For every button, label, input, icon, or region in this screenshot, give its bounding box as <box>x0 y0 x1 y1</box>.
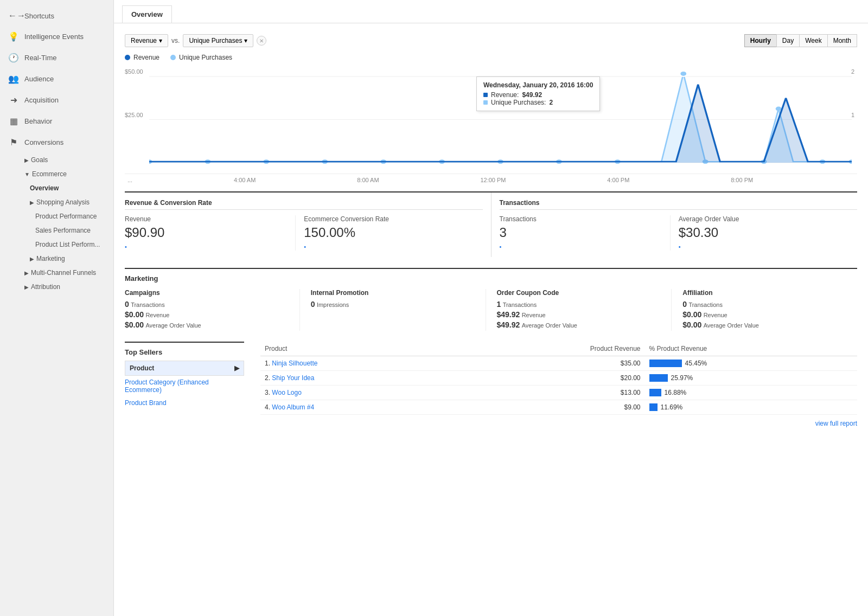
sidebar-item-behavior[interactable]: ▦ Behavior <box>0 111 113 132</box>
sidebar-subitem-ecommerce[interactable]: ▼ Ecommerce <box>16 167 113 181</box>
sidebar-subitem-shopping-analysis[interactable]: ▶ Shopping Analysis <box>16 195 113 209</box>
xaxis-labels: ... 4:00 AM 8:00 AM 12:00 PM 4:00 PM 8:0… <box>125 177 857 183</box>
chart-svg <box>149 66 852 174</box>
col-revenue: Product Revenue <box>457 342 645 356</box>
conversion-link[interactable]: • <box>304 243 306 250</box>
marketing-affiliation: Affiliation 0 Transactions $0.00 Revenue… <box>682 289 857 331</box>
marketing-campaigns: Campaigns 0 Transactions $0.00 Revenue $… <box>125 289 300 331</box>
y-label-right-2: 2 <box>851 68 854 75</box>
chevron-down-icon2: ▾ <box>244 37 247 44</box>
arrow-right-icon4: ▶ <box>24 270 29 276</box>
table-row: 4. Woo Album #4 $9.00 11.69% <box>260 400 857 415</box>
product-link[interactable]: Ninja Silhouette <box>272 360 317 367</box>
sidebar-item-acquisition[interactable]: ➜ Acquisition <box>0 89 113 111</box>
divider-vertical <box>491 193 492 257</box>
time-buttons: Hourly Day Week Month <box>745 34 857 47</box>
table-row: 3. Woo Logo $13.00 16.88% <box>260 386 857 400</box>
time-btn-month[interactable]: Month <box>827 34 857 47</box>
marketing-order-coupon: Order Coupon Code 1 Transactions $49.92 … <box>497 289 672 331</box>
top-sellers-link-brand[interactable]: Product Brand <box>125 396 244 409</box>
sidebar-subitem-sales-performance[interactable]: Sales Performance <box>16 223 113 238</box>
svg-point-13 <box>680 71 687 76</box>
transactions-link[interactable]: • <box>500 243 502 250</box>
metric1-dropdown[interactable]: Revenue ▾ <box>125 34 168 47</box>
y-label-right-1: 1 <box>851 112 854 118</box>
shortcuts-icon: ←→ <box>8 11 19 21</box>
chevron-down-icon: ▾ <box>159 37 162 44</box>
table-row: 1. Ninja Silhouette $35.00 45.45% <box>260 356 857 371</box>
y-label-50: $50.00 <box>125 68 143 75</box>
time-btn-day[interactable]: Day <box>776 34 800 47</box>
sidebar-subitem-product-list[interactable]: Product List Perform... <box>16 238 113 252</box>
top-sellers-link-category[interactable]: Product Category (Enhanced Ecommerce) <box>125 376 244 396</box>
marketing-internal-promotion: Internal Promotion 0 Impressions <box>311 289 486 331</box>
metric-revenue: Revenue $90.90 • <box>125 215 296 251</box>
top-sellers: Top Sellers Product ▶ Product Category (… <box>125 342 244 427</box>
revenue-link[interactable]: • <box>125 243 127 250</box>
conversions-icon: ⚑ <box>8 137 19 147</box>
sidebar-item-real-time[interactable]: 🕐 Real-Time <box>0 47 113 68</box>
arrow-right-icon3: ▶ <box>30 256 34 262</box>
svg-marker-3 <box>149 74 852 163</box>
view-full-report-link[interactable]: view full report <box>815 420 857 427</box>
time-btn-week[interactable]: Week <box>799 34 827 47</box>
product-link[interactable]: Ship Your Idea <box>272 374 314 382</box>
controls-row: Revenue ▾ vs. Unique Purchases ▾ ✕ Hourl… <box>125 29 857 47</box>
svg-point-16 <box>776 107 782 111</box>
metric-avg-order: Average Order Value $30.30 • <box>679 215 849 251</box>
marketing-section: Marketing Campaigns 0 Transactions $0.00… <box>125 268 857 331</box>
product-table: Product Product Revenue % Product Revenu… <box>260 342 857 415</box>
avg-order-link[interactable]: • <box>679 243 681 250</box>
col-percent: % Product Revenue <box>645 342 857 356</box>
svg-marker-19 <box>149 85 852 163</box>
chart-area: $50.00 $25.00 2 1 <box>125 66 857 174</box>
top-sellers-table: Product ▶ <box>125 361 244 376</box>
col-product: Product <box>260 342 457 356</box>
product-table-section: Product Product Revenue % Product Revenu… <box>260 342 857 427</box>
sidebar-item-conversions[interactable]: ⚑ Conversions <box>0 132 113 153</box>
audience-icon: 👥 <box>8 74 19 84</box>
arrow-right-icon: ▶ <box>24 157 29 163</box>
chart-legend: Revenue Unique Purchases <box>125 54 857 61</box>
overview-tab[interactable]: Overview <box>122 5 172 23</box>
legend-dot-purchases <box>170 55 176 60</box>
product-link[interactable]: Woo Album #4 <box>272 403 314 411</box>
metric-transactions: Transactions 3 • <box>500 215 671 251</box>
sidebar-subitem-product-performance[interactable]: Product Performance <box>16 209 113 223</box>
sidebar-item-shortcuts[interactable]: ←→ Shortcuts <box>0 5 113 26</box>
view-full-report: view full report <box>260 419 857 427</box>
behavior-icon: ▦ <box>8 116 19 126</box>
table-row: 2. Ship Your Idea $20.00 25.97% <box>260 371 857 386</box>
legend-revenue: Revenue <box>125 54 159 61</box>
sidebar-subitem-overview[interactable]: Overview <box>16 181 113 195</box>
acquisition-icon: ➜ <box>8 95 19 105</box>
sidebar-item-intelligence-events[interactable]: 💡 Intelligence Events <box>0 26 113 47</box>
arrow-right-icon2: ▶ <box>30 200 34 206</box>
y-label-25: $25.00 <box>125 112 143 118</box>
sidebar: ←→ Shortcuts 💡 Intelligence Events 🕐 Rea… <box>0 0 114 616</box>
metric-conversion-rate: Ecommerce Conversion Rate 150.00% • <box>304 215 474 251</box>
metrics-section: Revenue & Conversion Rate Revenue $90.90… <box>125 191 857 257</box>
intelligence-icon: 💡 <box>8 31 19 42</box>
main-content: Overview Revenue ▾ vs. Unique Purchases … <box>114 0 868 616</box>
arrow-down-icon: ▼ <box>24 171 30 177</box>
sidebar-item-audience[interactable]: 👥 Audience <box>0 68 113 89</box>
top-sellers-col-header[interactable]: Product ▶ <box>125 361 244 376</box>
legend-dot-revenue <box>125 55 130 60</box>
product-link[interactable]: Woo Logo <box>272 389 302 396</box>
reset-button[interactable]: ✕ <box>257 36 266 46</box>
sidebar-subitem-goals[interactable]: ▶ Goals <box>16 153 113 167</box>
transactions-group: Transactions Transactions 3 • Average Or… <box>500 193 858 257</box>
arrow-right-icon5: ▶ <box>24 284 29 290</box>
bottom-section: Top Sellers Product ▶ Product Category (… <box>125 342 857 427</box>
sidebar-subitem-multi-channel[interactable]: ▶ Multi-Channel Funnels <box>16 266 113 280</box>
time-btn-hourly[interactable]: Hourly <box>744 34 777 47</box>
sidebar-subitem-attribution[interactable]: ▶ Attribution <box>16 280 113 294</box>
legend-purchases: Unique Purchases <box>170 54 232 61</box>
arrow-right-icon6: ▶ <box>234 364 239 372</box>
metric2-dropdown[interactable]: Unique Purchases ▾ <box>183 34 253 47</box>
revenue-conversion-group: Revenue & Conversion Rate Revenue $90.90… <box>125 193 483 257</box>
sidebar-subitem-marketing[interactable]: ▶ Marketing <box>16 252 113 266</box>
realtime-icon: 🕐 <box>8 53 19 63</box>
